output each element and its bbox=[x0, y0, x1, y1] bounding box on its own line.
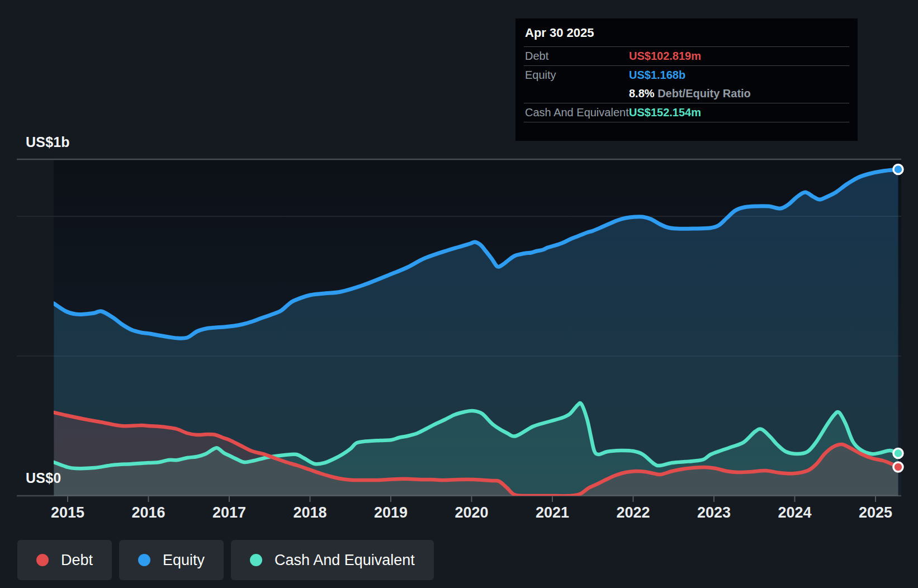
legend-equity-label: Equity bbox=[163, 552, 205, 569]
legend-item-cash[interactable]: Cash And Equivalent bbox=[231, 540, 434, 580]
x-tick-label-2016: 2016 bbox=[131, 504, 165, 521]
tooltip-row-equity: Equity US$1.168b bbox=[524, 65, 849, 84]
tooltip-debt-label: Debt bbox=[525, 50, 629, 63]
x-tick-label-2025: 2025 bbox=[859, 504, 892, 521]
x-tick-label-2019: 2019 bbox=[374, 504, 408, 521]
x-tick-label-2015: 2015 bbox=[51, 504, 84, 521]
x-tick-label-2017: 2017 bbox=[212, 504, 246, 521]
chart-legend: Debt Equity Cash And Equivalent bbox=[17, 540, 441, 580]
tooltip-row-cash: Cash And Equivalent US$152.154m bbox=[524, 103, 849, 122]
x-tick-label-2023: 2023 bbox=[697, 504, 731, 521]
marker-equity bbox=[893, 165, 903, 174]
ratio-percent: 8.8% bbox=[629, 87, 655, 99]
x-tick-label-2021: 2021 bbox=[536, 504, 569, 521]
x-tick-label-2022: 2022 bbox=[616, 504, 650, 521]
x-tick-label-2024: 2024 bbox=[778, 504, 811, 521]
equity-dot-icon bbox=[138, 554, 150, 566]
x-tick-label-2018: 2018 bbox=[293, 504, 326, 521]
y-axis-label-zero: US$0 bbox=[26, 470, 61, 486]
tooltip-cash-label: Cash And Equivalent bbox=[525, 106, 629, 119]
tooltip-ratio-value: 8.8% Debt/Equity Ratio bbox=[629, 87, 751, 100]
balance-sheet-history-screen: 2015201620172018201920202021202220232024… bbox=[0, 0, 918, 588]
tooltip-cash-value: US$152.154m bbox=[629, 106, 701, 119]
tooltip-bottom-border bbox=[524, 122, 849, 141]
chart-tooltip: Apr 30 2025 Debt US$102.819m Equity US$1… bbox=[515, 18, 858, 141]
y-axis-label-max: US$1b bbox=[26, 134, 70, 150]
tooltip-equity-value: US$1.168b bbox=[629, 69, 685, 82]
marker-debt bbox=[893, 462, 903, 472]
tooltip-debt-value: US$102.819m bbox=[629, 50, 701, 63]
legend-item-equity[interactable]: Equity bbox=[119, 540, 224, 580]
debt-dot-icon bbox=[36, 554, 49, 566]
tooltip-row-ratio: 8.8% Debt/Equity Ratio bbox=[524, 84, 849, 103]
x-tick-label-2020: 2020 bbox=[455, 504, 488, 521]
cash-dot-icon bbox=[250, 554, 262, 566]
marker-cash bbox=[893, 449, 903, 458]
tooltip-equity-label: Equity bbox=[525, 69, 629, 82]
ratio-caption: Debt/Equity Ratio bbox=[655, 87, 751, 99]
tooltip-date: Apr 30 2025 bbox=[524, 18, 849, 46]
legend-item-debt[interactable]: Debt bbox=[17, 540, 112, 580]
legend-cash-label: Cash And Equivalent bbox=[275, 552, 415, 569]
legend-debt-label: Debt bbox=[61, 552, 93, 569]
tooltip-row-debt: Debt US$102.819m bbox=[524, 46, 849, 65]
